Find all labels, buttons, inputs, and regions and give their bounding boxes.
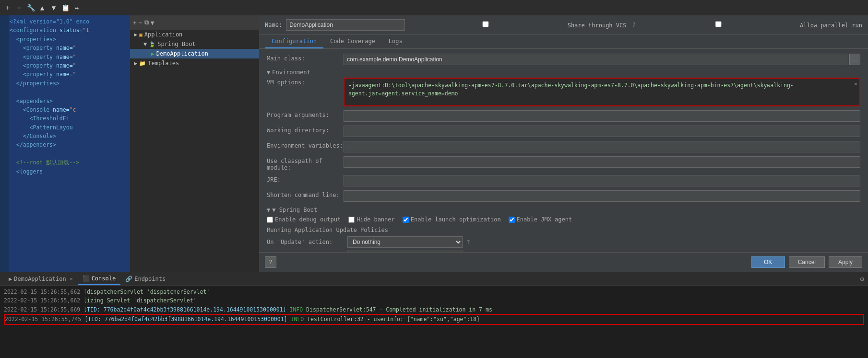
hide-banner-item: Hide banner (348, 216, 394, 223)
code-line-11: <Console name="c (0, 105, 130, 114)
environment-section-header[interactable]: ▼ Environment (267, 69, 860, 76)
share-vcs-checkbox[interactable] (409, 21, 562, 27)
program-args-input[interactable] (344, 110, 860, 122)
shorten-cmd-control (344, 190, 860, 202)
working-dir-input[interactable] (344, 126, 860, 137)
code-line-2: <configuration status="I (0, 26, 130, 35)
help-button[interactable]: ? (265, 256, 276, 268)
bottom-settings-icon[interactable]: ⚙ (860, 275, 864, 283)
running-policies-label: Running Application Update Policies (267, 227, 860, 233)
enable-debug-label: Enable debug output (275, 216, 341, 223)
shorten-cmd-input[interactable] (344, 190, 860, 202)
code-line-9 (0, 88, 130, 96)
toolbar-move-icon[interactable]: ↔ (72, 3, 82, 12)
tree-item-application[interactable]: ▶ ▣ Application (130, 30, 259, 39)
tree-toolbar: + − ⧉ ▼ (130, 15, 259, 30)
enable-jmx-checkbox[interactable] (509, 217, 515, 223)
working-dir-row: Working directory: (267, 126, 860, 137)
env-vars-control (344, 141, 860, 152)
name-label: Name: (265, 22, 282, 28)
env-vars-input[interactable] (344, 141, 860, 152)
toolbar-plus-icon[interactable]: + (3, 3, 12, 12)
cancel-button[interactable]: Cancel (789, 256, 825, 268)
console-line-3: 2022-02-15 15:26:55,669 [TID: 776ba2d4f0… (4, 305, 864, 314)
tree-toolbar-copy-icon[interactable]: ⧉ (144, 19, 149, 26)
vm-options-text: -javaagent:D:\tool\apache-skywalking-apm… (348, 82, 794, 97)
enable-debug-checkbox[interactable] (267, 217, 273, 223)
toolbar-up-icon[interactable]: ▲ (37, 3, 47, 12)
program-args-control (344, 110, 860, 122)
tab-configuration[interactable]: Configuration (265, 35, 323, 48)
vm-options-box[interactable]: -javaagent:D:\tool\apache-skywalking-apm… (344, 78, 860, 106)
console-tab[interactable]: ⬛ Console (78, 273, 121, 285)
spring-boot-section-header[interactable]: ▼ ▼ Spring Boot (267, 207, 860, 213)
tree-toolbar-filter-icon[interactable]: ▼ (151, 19, 155, 26)
toolbar-copy-icon[interactable]: 📋 (60, 3, 70, 12)
jre-control (344, 175, 860, 186)
endpoints-icon: 🔗 (125, 276, 132, 282)
app-tab-close-icon[interactable]: ✕ (70, 276, 73, 281)
console-line-1: 2022-02-15 15:26:55,662 [dispatcherServl… (4, 288, 864, 296)
code-line-13: <PatternLayou (0, 123, 130, 132)
tab-logs[interactable]: Logs (382, 35, 409, 48)
allow-parallel-checkbox[interactable] (642, 21, 795, 27)
jre-row: JRE: (267, 175, 860, 186)
endpoints-tab[interactable]: 🔗 Endpoints (120, 274, 170, 284)
console-line-4-highlighted: 2022-02-15 15:26:55,745 [TID: 776ba2d4f0… (4, 314, 864, 324)
name-input[interactable] (286, 19, 405, 31)
environment-arrow-icon: ▼ (267, 69, 270, 76)
working-dir-control (344, 126, 860, 137)
hide-banner-checkbox[interactable] (348, 217, 355, 223)
tree-toolbar-minus-icon[interactable]: − (139, 19, 143, 26)
ok-button[interactable]: OK (751, 256, 785, 268)
config-dialog: Name: Share through VCS ? Allow parallel… (259, 15, 868, 272)
spring-boot-label: ▼ Spring Boot (272, 207, 317, 213)
enable-jmx-item: Enable JMX agent (509, 216, 572, 223)
on-update-help-icon[interactable]: ? (466, 239, 470, 246)
tree-panel: + − ⧉ ▼ ▶ ▣ Application ▼ 🍃 Spring Boot … (130, 15, 259, 272)
toolbar-settings-icon[interactable]: 🔧 (26, 3, 36, 12)
working-dir-label: Working directory: (267, 126, 344, 134)
dialog-header: Name: Share through VCS ? Allow parallel… (259, 15, 868, 35)
apply-button[interactable]: Apply (829, 256, 862, 268)
code-line-16 (0, 150, 130, 158)
tree-item-templates[interactable]: ▶ 📁 Templates (130, 58, 259, 68)
env-vars-row: Environment variables: (267, 141, 860, 152)
tree-item-label-demoapplication: DemoApplication (156, 50, 208, 57)
toolbar: + − 🔧 ▲ ▼ 📋 ↔ (0, 0, 868, 15)
console-line-2: 2022-02-15 15:26:55,662 [izing Servlet '… (4, 296, 864, 305)
bottom-panel: ▶ DemoApplication ✕ ⬛ Console 🔗 Endpoint… (0, 272, 868, 358)
shorten-cmd-label: Shorten command line: (267, 190, 344, 198)
enable-launch-checkbox[interactable] (403, 217, 409, 223)
tree-item-springboot[interactable]: ▼ 🍃 Spring Boot (130, 39, 259, 49)
code-line-15: </appenders> (0, 140, 130, 149)
tree-toolbar-plus-icon[interactable]: + (133, 19, 137, 26)
dialog-tabs: Configuration Code Coverage Logs (259, 35, 868, 49)
main-class-row: Main class: ... (267, 54, 860, 65)
on-update-select[interactable]: Do nothing Update classes and resources … (347, 236, 463, 248)
update-policies-section: Running Application Update Policies On '… (267, 227, 860, 252)
enable-jmx-label: Enable JMX agent (517, 216, 572, 223)
hide-banner-label: Hide banner (357, 216, 394, 223)
code-gutter (0, 15, 9, 272)
enable-debug-item: Enable debug output (267, 216, 341, 223)
code-line-6: <property name=" (0, 61, 130, 70)
tab-code-coverage[interactable]: Code Coverage (323, 35, 382, 48)
vm-options-close-icon[interactable]: ✕ (854, 80, 857, 88)
toolbar-minus-icon[interactable]: − (14, 3, 24, 12)
main-class-input[interactable] (344, 54, 847, 65)
vm-options-label: VM options: (267, 78, 344, 86)
main-class-browse-button[interactable]: ... (849, 54, 860, 65)
jre-input[interactable] (344, 175, 860, 186)
share-vcs-help[interactable]: ? (632, 22, 635, 28)
use-classpath-label: Use classpath of module: (267, 156, 344, 171)
use-classpath-control (344, 156, 860, 168)
use-classpath-input[interactable] (344, 156, 860, 168)
tree-item-demoapplication[interactable]: ▶ DemoApplication (130, 49, 259, 58)
dialog-top-right: Share through VCS ? Allow parallel run (409, 21, 862, 29)
app-tab[interactable]: ▶ DemoApplication ✕ (4, 274, 78, 284)
toolbar-down-icon[interactable]: ▼ (49, 3, 59, 12)
folder-icon-application: ▣ (139, 32, 143, 38)
environment-label: Environment (272, 69, 310, 76)
code-line-1: <?xml version="1.0" enco (0, 17, 130, 26)
